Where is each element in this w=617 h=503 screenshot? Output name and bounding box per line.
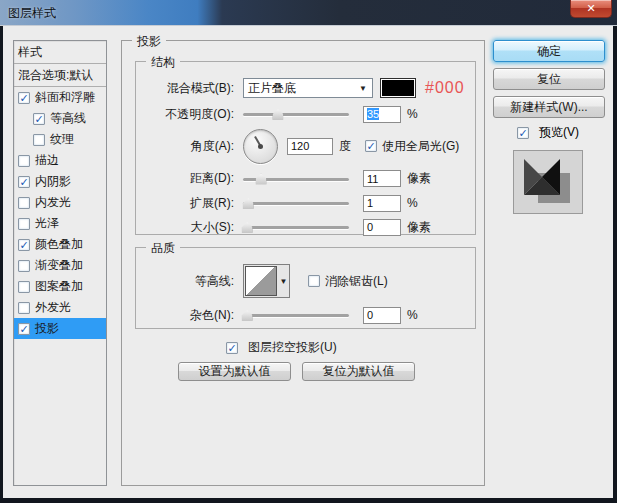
global-light-label[interactable]: 使用全局光(G) <box>382 138 459 155</box>
sidebar-item-bevel-emboss[interactable]: ✓ 斜面和浮雕 <box>14 87 106 108</box>
texture-checkbox[interactable] <box>33 134 45 146</box>
blending-options-label: 混合选项:默认 <box>18 67 93 84</box>
noise-value: 0 <box>367 309 373 321</box>
pattern-overlay-checkbox[interactable] <box>18 281 30 293</box>
opacity-value: 35 <box>367 108 379 120</box>
item-label: 颜色叠加 <box>35 236 83 253</box>
make-default-button[interactable]: 设置为默认值 <box>178 362 291 381</box>
anti-alias-checkbox[interactable] <box>308 275 320 287</box>
gradient-overlay-checkbox[interactable] <box>18 260 30 272</box>
new-style-button[interactable]: 新建样式(W)... <box>493 96 605 118</box>
sidebar-item-blending-options[interactable]: 混合选项:默认 <box>14 64 106 87</box>
slider-groove <box>243 202 349 205</box>
sidebar-item-inner-shadow[interactable]: ✓ 内阴影 <box>14 171 106 192</box>
global-light-checkbox[interactable]: ✓ <box>365 140 377 152</box>
satin-checkbox[interactable] <box>18 218 30 230</box>
reset-default-button[interactable]: 复位为默认值 <box>302 362 415 381</box>
spread-slider[interactable] <box>243 197 349 209</box>
opacity-label: 不透明度(O): <box>142 106 234 123</box>
noise-label: 杂色(N): <box>142 307 234 324</box>
chevron-down-icon: ▼ <box>359 84 367 93</box>
distance-slider[interactable] <box>243 173 349 185</box>
structure-legend: 结构 <box>146 54 180 71</box>
distance-input[interactable]: 11 <box>363 170 401 187</box>
noise-row: 杂色(N): 0 % <box>142 302 469 328</box>
blend-mode-value: 正片叠底 <box>248 80 296 97</box>
spread-label: 扩展(R): <box>142 195 234 212</box>
slider-thumb[interactable] <box>243 198 254 209</box>
action-column: 确定 复位 新建样式(W)... ✓ 预览(V) <box>493 40 608 214</box>
sidebar-item-outer-glow[interactable]: 外发光 <box>14 297 106 318</box>
bevel-emboss-checkbox[interactable]: ✓ <box>18 92 30 104</box>
styles-list: 样式 混合选项:默认 ✓ 斜面和浮雕 ✓ 等高线 纹理 描边 ✓ <box>13 40 107 486</box>
outer-glow-checkbox[interactable] <box>18 302 30 314</box>
item-label: 描边 <box>35 152 59 169</box>
opacity-input[interactable]: 35 <box>363 106 401 123</box>
inner-glow-checkbox[interactable] <box>18 197 30 209</box>
contour-checkbox[interactable]: ✓ <box>33 113 45 125</box>
opacity-unit: % <box>407 107 418 121</box>
sidebar-item-inner-glow[interactable]: 内发光 <box>14 192 106 213</box>
opacity-slider[interactable] <box>243 108 349 120</box>
sidebar-item-color-overlay[interactable]: ✓ 颜色叠加 <box>14 234 106 255</box>
spread-input[interactable]: 1 <box>363 195 401 212</box>
sidebar-item-texture[interactable]: 纹理 <box>14 129 106 150</box>
sidebar-item-satin[interactable]: 光泽 <box>14 213 106 234</box>
stroke-checkbox[interactable] <box>18 155 30 167</box>
item-label: 投影 <box>35 320 59 337</box>
size-unit: 像素 <box>407 219 431 236</box>
angle-dial[interactable] <box>243 129 278 164</box>
styles-list-header[interactable]: 样式 <box>14 41 106 64</box>
anti-alias-option[interactable]: 消除锯齿(L) <box>308 273 388 290</box>
knockout-checkbox[interactable]: ✓ <box>226 342 238 354</box>
panel-legend: 投影 <box>132 33 166 50</box>
sidebar-item-contour[interactable]: ✓ 等高线 <box>14 108 106 129</box>
preview-label[interactable]: 预览(V) <box>539 124 579 141</box>
distance-label: 距离(D): <box>142 170 234 187</box>
sidebar-item-drop-shadow[interactable]: ✓ 投影 <box>14 318 106 339</box>
slider-thumb[interactable] <box>256 174 267 185</box>
reset-button[interactable]: 复位 <box>493 68 605 90</box>
titlebar: 图层样式 ✕ <box>0 0 617 26</box>
window-title: 图层样式 <box>8 5 56 22</box>
sidebar-item-pattern-overlay[interactable]: 图案叠加 <box>14 276 106 297</box>
slider-thumb[interactable] <box>272 109 283 120</box>
preview-checkbox[interactable]: ✓ <box>517 127 529 139</box>
slider-thumb[interactable] <box>242 222 253 233</box>
item-label: 内发光 <box>35 194 71 211</box>
blend-mode-select[interactable]: 正片叠底 ▼ <box>243 78 373 98</box>
drop-shadow-checkbox[interactable]: ✓ <box>18 323 30 335</box>
sidebar-item-stroke[interactable]: 描边 <box>14 150 106 171</box>
item-label: 图案叠加 <box>35 278 83 295</box>
contour-thumbnail <box>245 266 277 296</box>
contour-row: 等高线: ▼ 消除锯齿(L) <box>142 260 469 302</box>
noise-slider[interactable] <box>243 309 349 321</box>
styles-header-label: 样式 <box>18 44 42 61</box>
shadow-color-swatch[interactable] <box>380 78 416 98</box>
anti-alias-label[interactable]: 消除锯齿(L) <box>325 273 388 290</box>
knockout-option[interactable]: ✓ 图层挖空投影(U) <box>122 339 484 356</box>
noise-input[interactable]: 0 <box>363 307 401 324</box>
size-slider[interactable] <box>243 221 349 233</box>
inner-shadow-checkbox[interactable]: ✓ <box>18 176 30 188</box>
style-preview-art <box>514 151 582 213</box>
preview-option[interactable]: ✓ 预览(V) <box>493 124 608 141</box>
contour-label: 等高线: <box>142 273 234 290</box>
item-label: 斜面和浮雕 <box>35 89 95 106</box>
close-button[interactable]: ✕ <box>570 0 612 18</box>
opacity-row: 不透明度(O): 35 % <box>142 102 469 126</box>
close-icon: ✕ <box>586 2 595 14</box>
angle-unit: 度 <box>339 138 351 155</box>
size-input[interactable]: 0 <box>363 219 401 236</box>
layer-style-dialog: 图层样式 ✕ 样式 混合选项:默认 ✓ 斜面和浮雕 ✓ 等高线 纹理 <box>0 0 617 503</box>
use-global-light-option[interactable]: ✓ 使用全局光(G) <box>365 138 459 155</box>
ok-button[interactable]: 确定 <box>493 40 605 62</box>
angle-input[interactable]: 120 <box>287 138 333 155</box>
contour-picker[interactable]: ▼ <box>243 264 290 298</box>
angle-hub <box>258 144 263 149</box>
color-overlay-checkbox[interactable]: ✓ <box>18 239 30 251</box>
slider-thumb[interactable] <box>242 310 253 321</box>
sidebar-item-gradient-overlay[interactable]: 渐变叠加 <box>14 255 106 276</box>
structure-group: 结构 混合模式(B): 正片叠底 ▼ #000 不透明度(O): <box>135 61 476 235</box>
knockout-label[interactable]: 图层挖空投影(U) <box>248 339 337 356</box>
